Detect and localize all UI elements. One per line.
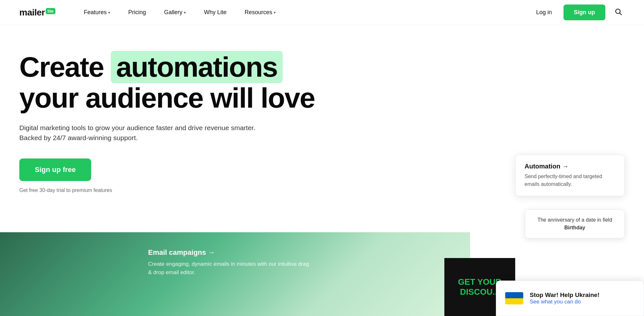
- logo-text: mailer: [19, 7, 45, 18]
- automation-card-description: Send perfectly-timed and targeted emails…: [525, 173, 615, 188]
- nav-links: Features ▾ Pricing Gallery ▾ Why Lite Re…: [75, 0, 531, 25]
- chevron-down-icon-gallery: ▾: [184, 10, 186, 15]
- automation-card: Automation → Send perfectly-timed and ta…: [515, 155, 625, 196]
- hero-title: Create automations your audience will lo…: [19, 51, 335, 113]
- hero-section: Create automations your audience will lo…: [0, 25, 354, 206]
- nav-resources[interactable]: Resources ▾: [235, 0, 285, 25]
- bottom-section: Email campaigns → Create engaging, dynam…: [0, 232, 470, 316]
- svg-line-1: [620, 13, 622, 15]
- email-campaigns-title[interactable]: Email campaigns →: [148, 248, 309, 257]
- logo-badge: lite: [46, 8, 56, 14]
- chevron-down-icon-resources: ▾: [274, 10, 276, 15]
- automation-card-title[interactable]: Automation →: [525, 163, 615, 170]
- hero-subtitle: Digital marketing tools to grow your aud…: [19, 123, 270, 143]
- login-button[interactable]: Log in: [531, 9, 557, 16]
- ukraine-flag: [505, 292, 523, 304]
- nav-gallery[interactable]: Gallery ▾: [155, 0, 195, 25]
- signup-button[interactable]: Sign up: [564, 5, 605, 20]
- email-campaigns-description: Create engaging, dynamic emails in minut…: [148, 260, 309, 276]
- chevron-down-icon: ▾: [108, 10, 110, 15]
- hero-highlight: automations: [111, 51, 282, 83]
- email-campaigns-card: Email campaigns → Create engaging, dynam…: [148, 248, 309, 276]
- ukraine-banner: Stop War! Help Ukraine! See what you can…: [496, 281, 644, 316]
- ukraine-flag-blue: [505, 292, 523, 298]
- navigation: mailerlite Features ▾ Pricing Gallery ▾ …: [0, 0, 644, 25]
- ukraine-text: Stop War! Help Ukraine! See what you can…: [530, 292, 635, 305]
- search-icon[interactable]: [612, 5, 625, 20]
- signup-free-button[interactable]: Sign up free: [19, 158, 91, 181]
- logo[interactable]: mailerlite: [19, 7, 55, 18]
- nav-right: Log in Sign up: [531, 5, 625, 20]
- page-wrapper: mailerlite Features ▾ Pricing Gallery ▾ …: [0, 0, 644, 316]
- ukraine-link[interactable]: See what you can do: [530, 299, 635, 305]
- trial-text: Get free 30-day trial to premium feature…: [19, 187, 112, 193]
- ukraine-flag-yellow: [505, 298, 523, 304]
- nav-why-lite[interactable]: Why Lite: [195, 0, 235, 25]
- nav-pricing[interactable]: Pricing: [119, 0, 155, 25]
- ukraine-title: Stop War! Help Ukraine!: [530, 292, 635, 299]
- discount-banner-text: GET YOUR DISCOU...: [458, 277, 501, 297]
- nav-features[interactable]: Features ▾: [75, 0, 119, 25]
- anniversary-tooltip: The anniversary of a date in field Birth…: [525, 209, 625, 238]
